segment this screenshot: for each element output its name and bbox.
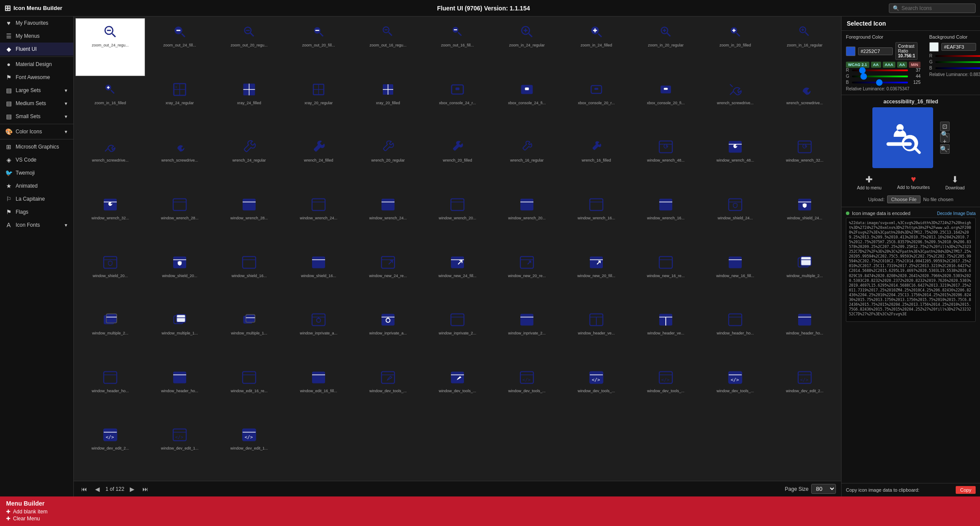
icon-cell-26[interactable]: wrench_20_regular [353,133,423,191]
sidebar-item-menus[interactable]: ☰ My Menus [0,30,73,43]
icon-cell-60[interactable]: window_inprivate_2... [423,306,492,364]
copy-btn[interactable]: Copy [956,486,976,494]
bg-r-slider[interactable] [935,55,980,57]
icon-cell-28[interactable]: wrench_16_regular [492,133,562,191]
icon-cell-11[interactable]: zoom_in_16_filled [76,76,145,134]
icon-cell-78[interactable]: </>window_dev_edit_1... [145,421,214,479]
icon-cell-30[interactable]: window_wrench_48... [631,133,700,191]
fg-g-slider[interactable] [852,76,908,77]
icon-cell-19[interactable]: xbox_console_20_fi... [631,76,700,134]
icon-cell-9[interactable]: zoom_in_20_filled [700,18,770,76]
sidebar-item-material[interactable]: ● Material Design [0,58,73,71]
sidebar-item-largesets[interactable]: ▤ Large Sets ▼ [0,84,73,97]
sidebar-item-twemoji[interactable]: 🐦 Twemoji [0,166,73,179]
sidebar-item-smallsets[interactable]: ▤ Small Sets ▼ [0,110,73,123]
icon-cell-68[interactable]: window_edit_16_re... [214,364,284,422]
icon-cell-57[interactable]: window_multiple_1... [214,306,284,364]
icon-cell-55[interactable]: window_multiple_2... [76,306,145,364]
icon-cell-38[interactable]: window_wrench_20... [423,191,492,249]
icon-cell-73[interactable]: </>window_dev_tools_... [562,364,631,422]
choose-file-btn[interactable]: Choose File [887,195,921,203]
icon-cell-13[interactable]: xray_24_filled [214,76,284,134]
add-to-fav-btn[interactable]: ♥ Add to favourites [893,172,934,193]
bg-hex-input[interactable] [941,43,976,51]
zoom-fit-btn[interactable]: ⊡ [940,122,950,131]
icon-cell-22[interactable]: wrench_screwdrive... [76,133,145,191]
sidebar-item-favourites[interactable]: ♥ My Favourites [0,17,73,30]
icon-cell-56[interactable]: window_multiple_1... [145,306,214,364]
icon-cell-7[interactable]: zoom_in_24_filled [562,18,631,76]
icon-cell-75[interactable]: </>window_dev_tools_... [700,364,770,422]
sidebar-item-flags[interactable]: ⚑ Flags [0,205,73,218]
first-page-btn[interactable]: ⏮ [79,485,89,493]
page-size-select[interactable]: 80 40 120 [811,484,836,494]
zoom-in-btn[interactable]: 🔍+ [940,133,950,142]
icon-cell-42[interactable]: window_shield_24... [700,191,770,249]
sidebar-item-fontawesome[interactable]: ⚑ Font Awesome [0,71,73,84]
icon-cell-17[interactable]: xbox_console_24_fi... [492,76,562,134]
download-btn[interactable]: ⬇ Download [941,172,969,193]
icon-cell-0[interactable]: zoom_out_24_regu... [76,18,145,76]
icon-cell-72[interactable]: </>window_dev_tools_... [492,364,562,422]
sidebar-item-mediumsets[interactable]: ▤ Medium Sets ▼ [0,97,73,110]
search-input[interactable] [901,5,967,11]
next-page-btn[interactable]: ▶ [128,485,137,493]
icon-cell-6[interactable]: zoom_in_24_regular [492,18,562,76]
search-bar[interactable]: 🔍 [889,3,976,13]
icon-cell-8[interactable]: zoom_in_20_regular [631,18,700,76]
icon-cell-54[interactable]: window_multiple_2... [770,249,839,307]
sidebar-item-iconfont[interactable]: A Icon Fonts ▼ [0,218,73,232]
add-blank-item-btn[interactable]: ✚ Add blank item [6,509,974,515]
icon-cell-31[interactable]: window_wrench_48... [700,133,770,191]
decode-link[interactable]: Decode Image Data [937,211,976,216]
icon-cell-35[interactable]: window_wrench_28... [214,191,284,249]
icon-cell-20[interactable]: wrench_screwdrive... [700,76,770,134]
icon-cell-66[interactable]: window_header_ho... [76,364,145,422]
icon-cell-49[interactable]: window_new_24_fill... [423,249,492,307]
fg-b-slider[interactable] [852,82,908,83]
icon-cell-16[interactable]: xbox_console_24_r... [423,76,492,134]
icon-cell-46[interactable]: window_shield_16... [214,249,284,307]
icon-cell-32[interactable]: window_wrench_32... [770,133,839,191]
icon-cell-25[interactable]: wrench_24_filled [284,133,353,191]
icon-cell-3[interactable]: zoom_out_20_fill... [284,18,353,76]
bg-b-slider[interactable] [935,67,980,69]
icon-cell-53[interactable]: window_new_16_fill... [700,249,770,307]
icon-cell-36[interactable]: window_wrench_24... [284,191,353,249]
sidebar-item-msgraphics[interactable]: ⊞ Microsoft Graphics [0,140,73,153]
icon-cell-62[interactable]: window_header_ve... [562,306,631,364]
icon-cell-76[interactable]: </>window_dev_edit_2... [770,364,839,422]
icon-cell-43[interactable]: window_shield_24... [770,191,839,249]
icon-cell-23[interactable]: wrench_screwdrive... [145,133,214,191]
icon-cell-5[interactable]: zoom_out_16_fill... [423,18,492,76]
clear-menu-btn[interactable]: ✚ Clear Menu [6,516,974,522]
icon-cell-67[interactable]: window_header_ho... [145,364,214,422]
icon-cell-71[interactable]: window_dev_tools_... [423,364,492,422]
icon-cell-79[interactable]: </>window_dev_edit_1... [214,421,284,479]
icon-cell-33[interactable]: window_wrench_32... [76,191,145,249]
fg-hex-input[interactable] [858,47,893,55]
last-page-btn[interactable]: ⏭ [140,485,151,493]
sidebar-item-fluent[interactable]: ◆ Fluent UI [0,43,73,56]
icon-cell-48[interactable]: window_new_24_re... [353,249,423,307]
icon-cell-29[interactable]: wrench_16_filled [562,133,631,191]
icon-cell-12[interactable]: Xxray_24_regular [145,76,214,134]
icon-cell-15[interactable]: xray_20_filled [353,76,423,134]
icon-cell-24[interactable]: wrench_24_regular [214,133,284,191]
icon-cell-37[interactable]: window_wrench_24... [353,191,423,249]
icon-cell-14[interactable]: xray_20_regular [284,76,353,134]
icon-cell-44[interactable]: window_shield_20... [76,249,145,307]
icon-cell-70[interactable]: window_dev_tools_... [353,364,423,422]
sidebar-item-coloricons[interactable]: 🎨 Color Icons ▼ [0,125,73,138]
icon-cell-47[interactable]: window_shield_16... [284,249,353,307]
icon-cell-1[interactable]: zoom_out_24_fill... [145,18,214,76]
prev-page-btn[interactable]: ◀ [93,485,102,493]
icon-cell-59[interactable]: window_inprivate_a... [353,306,423,364]
icon-cell-45[interactable]: window_shield_20... [145,249,214,307]
icon-cell-10[interactable]: zoom_in_16_regular [770,18,839,76]
icon-cell-27[interactable]: wrench_20_filled [423,133,492,191]
fg-swatch[interactable] [846,46,855,56]
icon-cell-40[interactable]: window_wrench_16... [562,191,631,249]
icon-cell-2[interactable]: zoom_out_20_regu... [214,18,284,76]
icon-cell-51[interactable]: window_new_20_fill... [562,249,631,307]
